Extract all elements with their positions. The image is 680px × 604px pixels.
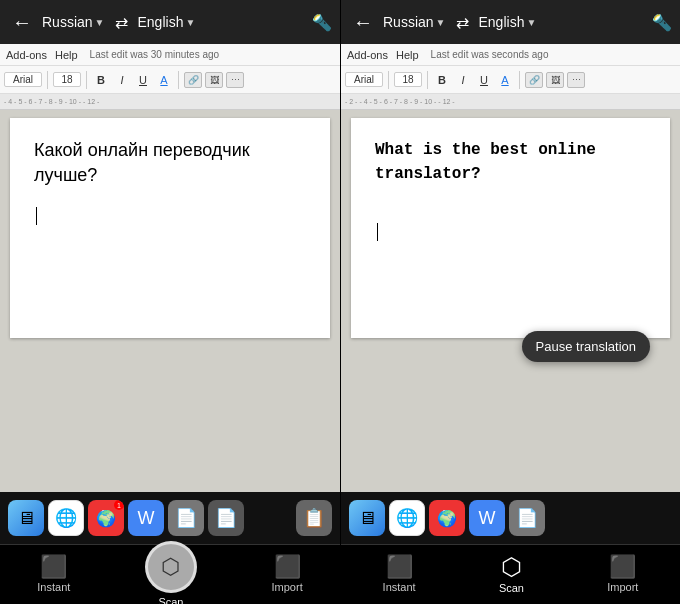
right-doc-area: Add-ons Help Last edit was seconds ago A… <box>341 44 680 492</box>
left-doc-page: Какой онлайн переводчик лучше? <box>10 118 330 338</box>
right-cursor <box>377 223 378 241</box>
left-link-icon[interactable]: 🔗 <box>184 72 202 88</box>
left-flash-icon[interactable]: 🔦 <box>312 13 332 32</box>
right-source-lang[interactable]: Russian ▼ <box>383 14 446 30</box>
left-scan-label: Scan <box>158 596 183 604</box>
left-toolbar-font[interactable]: Arial <box>4 72 42 87</box>
left-back-button[interactable]: ← <box>8 7 36 38</box>
left-instant-icon: ⬛ <box>40 556 67 578</box>
right-nav-import[interactable]: ⬛ Import <box>607 556 638 593</box>
left-dock-file1[interactable]: 📄 <box>168 500 204 536</box>
right-bold-button[interactable]: B <box>433 71 451 89</box>
right-underline-button[interactable]: U <box>475 71 493 89</box>
right-toolbar-font[interactable]: Arial <box>345 72 383 87</box>
right-flash-icon[interactable]: 🔦 <box>652 13 672 32</box>
left-doc-text: Какой онлайн переводчик лучше? <box>34 138 306 188</box>
left-import-icon: ⬛ <box>274 556 301 578</box>
left-toolbar-sep1 <box>47 71 48 89</box>
left-panel: ← Russian ▼ ⇄ English ▼ 🔦 Add-ons Help L… <box>0 0 340 604</box>
right-help-menu[interactable]: Help <box>396 49 419 61</box>
left-target-arrow: ▼ <box>185 17 195 28</box>
right-gdocs-toolbar: Arial 18 B I U A 🔗 🖼 ⋯ <box>341 66 680 94</box>
right-dock-icons-row: 🖥 🌐 🌍 W 📄 <box>341 492 680 544</box>
left-ruler: - 4 - 5 - 6 - 7 - 8 - 9 - 10 - - 12 - <box>0 94 340 110</box>
left-dock-translate[interactable]: W <box>128 500 164 536</box>
right-dock-chrome[interactable]: 🌐 <box>389 500 425 536</box>
right-nav-scan[interactable]: ⬡ Scan <box>499 555 524 594</box>
right-dock-app3[interactable]: 🌍 <box>429 500 465 536</box>
left-doc-area: Add-ons Help Last edit was 30 minutes ag… <box>0 44 340 492</box>
right-dock-file1[interactable]: 📄 <box>509 500 545 536</box>
right-img-icon[interactable]: 🖼 <box>546 72 564 88</box>
right-underline-a-button[interactable]: A <box>496 71 514 89</box>
right-instant-icon: ⬛ <box>386 556 413 578</box>
right-bottom-nav: ⬛ Instant ⬡ Scan ⬛ Import <box>341 544 680 604</box>
right-toolbar-sep3 <box>519 71 520 89</box>
left-scan-circle[interactable]: ⬡ <box>145 541 197 593</box>
left-underline-a-button[interactable]: A <box>155 71 173 89</box>
right-back-button[interactable]: ← <box>349 7 377 38</box>
left-import-label: Import <box>272 581 303 593</box>
left-help-menu[interactable]: Help <box>55 49 78 61</box>
right-ruler-ticks: - 2 - - 4 - 5 - 6 - 7 - 8 - 9 - 10 - - 1… <box>345 98 455 105</box>
right-dock-translate[interactable]: W <box>469 500 505 536</box>
left-toolbar-size[interactable]: 18 <box>53 72 81 87</box>
right-swap-button[interactable]: ⇄ <box>452 13 473 32</box>
right-source-arrow: ▼ <box>436 17 446 28</box>
right-italic-button[interactable]: I <box>454 71 472 89</box>
right-scan-label: Scan <box>499 582 524 594</box>
left-target-lang[interactable]: English ▼ <box>138 14 196 30</box>
left-nav-scan[interactable]: ⬡ Scan <box>145 541 197 604</box>
right-doc-text: What is the best online translator? <box>375 138 646 186</box>
right-target-lang[interactable]: English ▼ <box>479 14 537 30</box>
left-gdocs-toolbar: Arial 18 B I U A 🔗 🖼 ⋯ <box>0 66 340 94</box>
pause-translation-tooltip[interactable]: Pause translation <box>522 331 650 362</box>
right-doc-page: What is the best online translator? <box>351 118 670 338</box>
left-gdocs-menu: Add-ons Help Last edit was 30 minutes ag… <box>0 44 340 66</box>
left-dock-chrome[interactable]: 🌐 <box>48 500 84 536</box>
left-toolbar-sep3 <box>178 71 179 89</box>
left-ruler-ticks: - 4 - 5 - 6 - 7 - 8 - 9 - 10 - - 12 - <box>4 98 99 105</box>
right-toolbar-sep2 <box>427 71 428 89</box>
right-link-icon[interactable]: 🔗 <box>525 72 543 88</box>
left-nav-import[interactable]: ⬛ Import <box>272 556 303 593</box>
left-dock-extra1[interactable]: 📋 <box>296 500 332 536</box>
right-top-bar: ← Russian ▼ ⇄ English ▼ 🔦 <box>341 0 680 44</box>
right-toolbar-size[interactable]: 18 <box>394 72 422 87</box>
right-dock-finder[interactable]: 🖥 <box>349 500 385 536</box>
left-dock-right: 📋 <box>296 500 332 536</box>
right-gdocs-menu: Add-ons Help Last edit was seconds ago <box>341 44 680 66</box>
right-toolbar-sep1 <box>388 71 389 89</box>
left-dock-finder[interactable]: 🖥 <box>8 500 44 536</box>
left-bottom-nav: ⬛ Instant ⬡ Scan ⬛ Import <box>0 544 340 604</box>
left-swap-button[interactable]: ⇄ <box>111 13 132 32</box>
left-addons-menu[interactable]: Add-ons <box>6 49 47 61</box>
left-more-icon[interactable]: ⋯ <box>226 72 244 88</box>
left-toolbar-sep2 <box>86 71 87 89</box>
left-source-lang[interactable]: Russian ▼ <box>42 14 105 30</box>
left-underline-button[interactable]: U <box>134 71 152 89</box>
right-import-label: Import <box>607 581 638 593</box>
left-top-bar: ← Russian ▼ ⇄ English ▼ 🔦 <box>0 0 340 44</box>
left-dock-file2[interactable]: 📄 <box>208 500 244 536</box>
right-addons-menu[interactable]: Add-ons <box>347 49 388 61</box>
left-source-arrow: ▼ <box>95 17 105 28</box>
left-dock-app3[interactable]: 🌍 1 <box>88 500 124 536</box>
right-nav-instant[interactable]: ⬛ Instant <box>383 556 416 593</box>
left-instant-label: Instant <box>37 581 70 593</box>
right-panel: ← Russian ▼ ⇄ English ▼ 🔦 Add-ons Help L… <box>340 0 680 604</box>
right-ruler: - 2 - - 4 - 5 - 6 - 7 - 8 - 9 - 10 - - 1… <box>341 94 680 110</box>
left-dock-icons-row: 🖥 🌐 🌍 1 W 📄 📄 📋 <box>0 492 340 544</box>
left-badge: 1 <box>114 500 124 510</box>
left-img-icon[interactable]: 🖼 <box>205 72 223 88</box>
left-cursor <box>36 207 37 225</box>
right-instant-label: Instant <box>383 581 416 593</box>
right-more-icon[interactable]: ⋯ <box>567 72 585 88</box>
right-last-edit: Last edit was seconds ago <box>431 49 549 60</box>
left-bold-button[interactable]: B <box>92 71 110 89</box>
right-scan-icon: ⬡ <box>501 555 522 579</box>
left-last-edit: Last edit was 30 minutes ago <box>90 49 220 60</box>
left-italic-button[interactable]: I <box>113 71 131 89</box>
left-scan-icon: ⬡ <box>161 554 180 580</box>
left-nav-instant[interactable]: ⬛ Instant <box>37 556 70 593</box>
